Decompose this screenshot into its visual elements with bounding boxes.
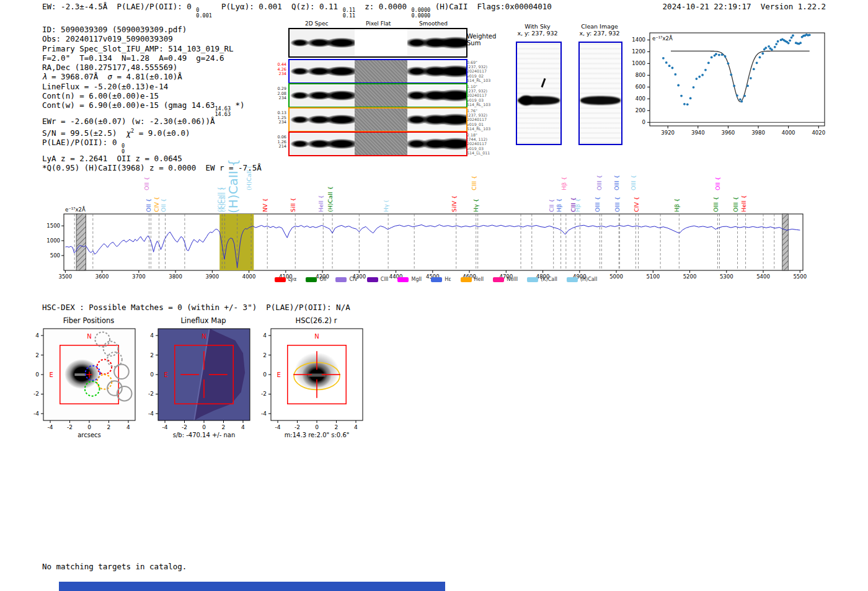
spec2d-row bbox=[288, 28, 467, 58]
info-line: RA,Dec (180.275177,48.555569) bbox=[42, 63, 262, 72]
spectrum-point bbox=[680, 95, 683, 97]
emission-line-label: SiIV { bbox=[451, 195, 458, 212]
emission-line-label: (H)CaII { bbox=[226, 159, 241, 213]
info-line: F=2.0" T=0.134 N=1.28 A=0.49 g=24.6 bbox=[42, 53, 262, 63]
svg-text:3920: 3920 bbox=[661, 130, 675, 136]
svg-text:1000: 1000 bbox=[46, 238, 60, 244]
col-pixel-flat: Pixel Flat bbox=[366, 20, 391, 27]
svg-text:0: 0 bbox=[263, 371, 267, 378]
row-stat-labels: 0.444.26234 bbox=[273, 63, 286, 77]
emission-line-label: CIV { bbox=[633, 197, 640, 212]
legend-item: MgII bbox=[397, 277, 422, 282]
col-2d-spec: 2D Spec bbox=[305, 20, 328, 27]
pixel-flat-image bbox=[355, 84, 407, 107]
spectrum-point bbox=[787, 42, 790, 45]
legend-swatch bbox=[335, 277, 347, 282]
emission-line-label: OIII { bbox=[614, 197, 621, 212]
fiber-positions-panel: -4-4-2-2002244arcsecsNE bbox=[30, 325, 148, 440]
spectrum-point bbox=[686, 103, 689, 105]
info-line: Obs: 20240117v019_5090039309 bbox=[42, 34, 262, 43]
spectrum-point bbox=[774, 46, 776, 48]
hsc-r-panel: -4-4-2-2002244m:14.3 re:2.0" s:0.6"NE bbox=[257, 325, 375, 440]
spectrum-point bbox=[775, 43, 777, 45]
info-line: Primary Spec_Slot_IFU_AMP: 514_103_019_R… bbox=[42, 44, 262, 53]
summary-header: EW: -2.3±-4.5Å P(LAE)/P(OII): 0 00.001 P… bbox=[42, 2, 552, 18]
legend-swatch bbox=[527, 277, 538, 282]
row-stat-labels: 0.061.26214 bbox=[273, 135, 286, 149]
row-annotation: WeightedSum bbox=[467, 33, 496, 47]
spectrum-point bbox=[683, 103, 686, 105]
svg-text:4: 4 bbox=[35, 332, 39, 339]
emission-line-label: OIII { bbox=[732, 197, 739, 212]
spectrum-point bbox=[746, 85, 749, 87]
svg-text:0: 0 bbox=[642, 119, 645, 125]
spectrum-point bbox=[733, 85, 735, 87]
svg-text:3980: 3980 bbox=[751, 130, 765, 136]
svg-text:2: 2 bbox=[335, 424, 339, 430]
row-annotation: 0.69"(237, 932)20240117v019_02514_RL_103 bbox=[467, 60, 490, 82]
svg-text:600: 600 bbox=[636, 84, 645, 90]
spec2d-image bbox=[290, 133, 355, 155]
spectrum-point bbox=[761, 52, 764, 55]
svg-text:-2: -2 bbox=[182, 424, 187, 430]
withsky-image bbox=[516, 42, 562, 145]
svg-text:2: 2 bbox=[150, 352, 154, 358]
spectrum-point bbox=[759, 56, 761, 58]
svg-text:e⁻¹⁷x2Å: e⁻¹⁷x2Å bbox=[652, 35, 673, 42]
svg-text:-2: -2 bbox=[148, 391, 154, 397]
withsky-title: With Sky x, y: 237, 932 bbox=[503, 23, 572, 37]
svg-text:-2: -2 bbox=[261, 391, 267, 397]
emission-line-label: NV { bbox=[262, 198, 268, 212]
panel-xlabel: m:14.3 re:2.0" s:0.6" bbox=[285, 432, 350, 438]
spectrum-point bbox=[771, 48, 773, 51]
svg-text:4020: 4020 bbox=[812, 130, 825, 136]
info-line: LineFlux = -5.20(±0.13)e-14 bbox=[42, 82, 262, 91]
emission-line-label: Hγ { bbox=[472, 198, 479, 212]
legend-swatch bbox=[567, 277, 578, 282]
legend-item: CIII bbox=[367, 277, 389, 282]
emission-line-label: OIII { bbox=[594, 197, 601, 212]
pixel-flat-image bbox=[355, 109, 407, 131]
legend-swatch bbox=[367, 277, 378, 282]
spectrum-point bbox=[724, 55, 727, 58]
svg-text:500: 500 bbox=[50, 252, 60, 259]
smoothed-image bbox=[407, 109, 466, 131]
svg-text:-4: -4 bbox=[48, 424, 53, 430]
emission-line-label: Hβ { bbox=[673, 198, 680, 212]
emission-line-label: HeII { bbox=[740, 195, 747, 212]
legend-swatch bbox=[275, 277, 286, 282]
east-label: E bbox=[49, 371, 53, 378]
svg-text:0: 0 bbox=[150, 371, 154, 378]
cosmic-ray-mark bbox=[541, 78, 545, 87]
info-line: Cont(n) = 6.00(±0.00)e-15 bbox=[42, 91, 262, 100]
north-label: N bbox=[202, 333, 206, 340]
spectrum-point bbox=[790, 37, 793, 39]
masked-band bbox=[76, 214, 86, 270]
svg-text:2: 2 bbox=[35, 352, 39, 358]
emission-line-label: Hγ ( bbox=[383, 200, 389, 213]
svg-text:-4: -4 bbox=[33, 411, 39, 417]
spectrum-point bbox=[753, 68, 755, 70]
svg-text:2: 2 bbox=[263, 352, 267, 358]
svg-text:3960: 3960 bbox=[722, 130, 735, 136]
spectrum-point bbox=[750, 77, 752, 79]
panel-xlabel: s/b: -470.14 +/- nan bbox=[173, 432, 236, 438]
row-stat-labels: 0.292.08234 bbox=[273, 87, 286, 101]
svg-text:1500: 1500 bbox=[46, 223, 60, 229]
legend-item: CIV bbox=[335, 277, 357, 282]
legend-swatch bbox=[493, 277, 504, 282]
emission-line-label: OII { bbox=[714, 177, 721, 190]
version-label: Version 1.22.2 bbox=[761, 2, 826, 11]
svg-text:-4: -4 bbox=[275, 424, 281, 430]
spectrum-point bbox=[695, 78, 698, 80]
emission-line-label: CII { bbox=[548, 199, 555, 212]
emission-line-label: (H)CaII ( bbox=[246, 166, 252, 190]
spec2d-row bbox=[288, 59, 467, 84]
svg-text:-4: -4 bbox=[148, 411, 154, 417]
spec2d-image bbox=[290, 29, 355, 56]
spectrum-point bbox=[777, 40, 779, 43]
svg-text:4: 4 bbox=[126, 424, 130, 430]
svg-text:0: 0 bbox=[202, 424, 206, 430]
svg-text:4: 4 bbox=[263, 332, 267, 339]
spectrum-legend: LyαOIICIVCIIIMgIIHεHeIINeIII(K)CaII(H)Ca… bbox=[36, 277, 836, 282]
